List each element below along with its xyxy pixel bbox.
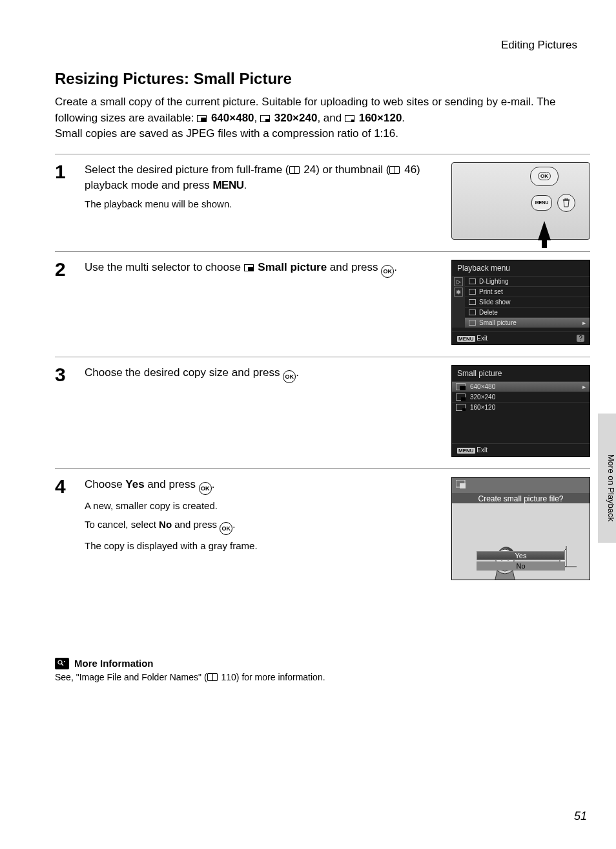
printset-icon [469,289,476,295]
slideshow-icon [469,299,476,305]
size-320: 320×240 [274,112,318,124]
book-icon [389,166,400,174]
t: See, "Image File and Folder Names" ( [55,672,207,682]
camera-trash-button [557,194,575,212]
size-icon-160 [456,404,466,411]
step-4-sub1: A new, smaller copy is created. [85,499,433,514]
step-4: 4 Choose Yes and press OK. A new, smalle… [55,477,590,580]
small-picture-icon [244,264,254,271]
intro-text: Create a small copy of the current pictu… [55,94,590,142]
lcd-row-selected: 640×480▸ [452,381,590,392]
step-3-text: Choose the desired copy size and press O… [85,365,433,383]
book-icon [289,166,300,174]
t: Small picture [479,319,517,326]
t: and press [172,519,220,530]
t: 160×120 [470,404,495,411]
t: . [296,366,299,379]
svg-line-7 [61,664,63,666]
step-4-sub3: The copy is displayed with a gray frame. [85,539,433,554]
section-header: Editing Pictures [55,39,590,52]
camera-illustration: OK MENU [451,162,590,240]
menu-label: MENU [457,336,475,342]
step-number: 2 [55,260,73,345]
t: 320×240 [470,393,495,401]
step-1-text: Select the desired picture from full-fra… [85,162,433,193]
manual-page: Editing Pictures Resizing Pictures: Smal… [0,0,616,849]
lcd-size-menu: Small picture 640×480▸ 320×240 160×120 M… [451,365,590,457]
step-1: 1 Select the desired picture from full-f… [55,162,590,240]
step-number: 4 [55,477,73,580]
t: Choose [85,478,125,490]
lcd-confirm: Create small picture file? Yes [451,477,590,580]
page-number: 51 [574,810,587,823]
intro-and: , and [317,112,345,124]
ok-icon: OK [283,370,296,383]
info-icon [55,658,69,669]
lcd-title: Small picture [452,366,590,381]
t: 110) for more information. [219,672,325,682]
more-information: More Information See, "Image File and Fo… [55,658,590,682]
confirm-yes: Yes [477,551,565,560]
ok-icon: OK [199,482,212,495]
step-number: 3 [55,365,73,457]
camera-menu-button: MENU [531,195,552,211]
t: and press [145,478,199,490]
step-2-text: Use the multi selector to choose Small p… [85,260,433,278]
lcd-sidebar: ▷ [452,276,465,328]
lcd-row: Delete [465,307,590,317]
step-number: 1 [55,162,73,240]
size-icon-640 [456,383,466,390]
size-icon-160 [345,115,354,122]
t: Use the multi selector to choose [85,261,244,273]
help-icon: ? [577,335,584,342]
menu-label: MENU [457,448,475,454]
size-icon-640 [197,115,207,122]
lcd-playback-menu: Playback menu ▷ D-Lighting Print set Sli… [451,260,590,345]
t: Small picture [258,261,327,273]
dlighting-icon [469,278,476,284]
size-640: 640×480 [211,112,254,124]
play-tab-icon: ▷ [454,277,463,286]
size-icon-320 [260,115,270,122]
t: Choose the desired copy size and press [85,366,283,379]
t: 640×480 [470,383,495,390]
setup-tab-icon [454,288,463,297]
t: Print set [479,288,503,295]
confirm-no: No [477,561,565,571]
size-160: 160×120 [359,112,402,124]
t: . [394,261,397,273]
chevron-right-icon: ▸ [582,319,586,326]
menu-label: MENU [212,179,243,191]
svg-point-8 [64,661,65,662]
t: 24) or thumbnail ( [301,163,390,176]
t: D-Lighting [479,278,509,285]
intro-text-2: Small copies are saved as JPEG files wit… [55,126,590,142]
more-info-body: See, "Image File and Folder Names" ( 110… [55,672,590,682]
t: and press [327,261,381,273]
step-1-sub: The playback menu will be shown. [85,197,433,212]
step-4-text: Choose Yes and press OK. [85,477,433,495]
ok-icon: OK [381,265,394,278]
lcd-title: Playback menu [452,260,590,276]
t: Slide show [479,299,510,306]
divider [55,357,590,357]
lcd-row: Print set [465,286,590,297]
ok-icon: OK [220,522,232,535]
smallpic-icon [456,480,466,491]
lcd-row: 160×120 [452,402,590,412]
book-icon [207,673,218,681]
lcd-row: 320×240 [452,392,590,402]
svg-rect-1 [460,483,466,488]
step-4-sub2: To cancel, select No and press OK. [85,518,433,536]
more-info-heading: More Information [74,658,154,669]
t: Delete [479,309,498,316]
exit-label: Exit [477,446,488,454]
t: Yes [125,478,144,490]
step-2: 2 Use the multi selector to choose Small… [55,260,590,345]
t: . [212,478,215,490]
side-tab: More on Playback [598,414,616,543]
arrow-up-icon [538,221,551,240]
lcd-row: Slide show [465,297,590,307]
camera-ok-button: OK [530,167,559,186]
step-3: 3 Choose the desired copy size and press… [55,365,590,457]
